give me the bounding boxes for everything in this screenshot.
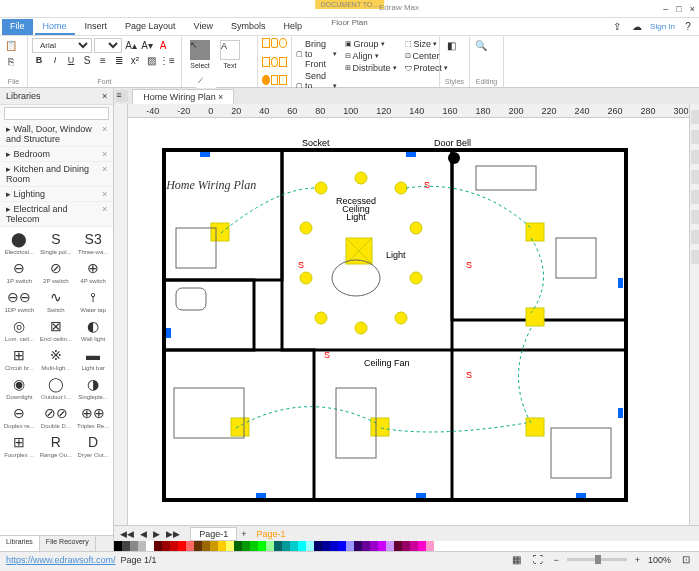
align-left-icon[interactable]: ≡ [96, 53, 110, 67]
sidebar-cat-2[interactable]: ▸ Kitchen and Dining Room× [0, 162, 113, 187]
signin-link[interactable]: Sign In [650, 22, 675, 31]
color-palette[interactable] [114, 541, 699, 551]
libraries-close-icon[interactable]: × [102, 91, 107, 101]
shape-Lum-ceil-[interactable]: ◎Lum. ceil... [2, 316, 37, 344]
doc-tab-close-icon[interactable]: × [218, 92, 223, 102]
cat-close-icon[interactable]: × [102, 204, 107, 224]
font-increase-icon[interactable]: A▴ [124, 38, 138, 52]
color-swatch[interactable] [386, 541, 394, 551]
sidebar-tab-libraries[interactable]: Libraries [0, 536, 40, 551]
cat-close-icon[interactable]: × [102, 164, 107, 184]
color-swatch[interactable] [186, 541, 194, 551]
tab-help[interactable]: Help [275, 19, 310, 35]
copy-icon[interactable]: ⎘ [4, 54, 18, 68]
shape-Outdoor-l-[interactable]: ◯Outdoor l... [38, 374, 74, 402]
align-center-icon[interactable]: ≣ [112, 53, 126, 67]
tab-view[interactable]: View [186, 19, 221, 35]
color-swatch[interactable] [426, 541, 434, 551]
shape-Wall-light[interactable]: ◐Wall light [75, 316, 111, 344]
font-name-select[interactable]: Arial [32, 38, 92, 53]
highlight-icon[interactable]: ▨ [144, 53, 158, 67]
document-tab[interactable]: Home Wiring Plan × [132, 89, 234, 104]
color-swatch[interactable] [130, 541, 138, 551]
help-icon[interactable]: ? [681, 20, 695, 34]
color-swatch[interactable] [410, 541, 418, 551]
shape-oval[interactable] [262, 75, 270, 85]
color-swatch[interactable] [314, 541, 322, 551]
shape-Dryer-Out-[interactable]: DDryer Out... [75, 432, 111, 460]
sidebar-cat-0[interactable]: ▸ Wall, Door, Window and Structure× [0, 122, 113, 147]
color-swatch[interactable] [370, 541, 378, 551]
canvas[interactable]: Home Wiring Plan Socket [128, 118, 688, 525]
tab-page-layout[interactable]: Page Layout [117, 19, 184, 35]
view-normal-icon[interactable]: ▦ [509, 553, 523, 567]
file-menu[interactable]: File [2, 19, 33, 35]
color-swatch[interactable] [362, 541, 370, 551]
select-tool[interactable]: ↖Select [186, 38, 214, 71]
bullets-icon[interactable]: ⋮≡ [160, 53, 174, 67]
shape-Encl-ceilin-[interactable]: ⊠Encl ceilin... [38, 316, 74, 344]
sidebar-cat-3[interactable]: ▸ Lighting× [0, 187, 113, 202]
styles-icon[interactable]: ◧ [444, 38, 458, 52]
shape-Triplex-Re-[interactable]: ⊕⊕Triplex Re... [75, 403, 111, 431]
shape-diamond[interactable] [279, 57, 287, 67]
strike-icon[interactable]: S [80, 53, 94, 67]
color-swatch[interactable] [154, 541, 162, 551]
color-swatch[interactable] [114, 541, 122, 551]
shape-1P-switch[interactable]: ⊖1P switch [2, 258, 37, 286]
shape-ellipse[interactable] [271, 57, 279, 67]
page-first-button[interactable]: ◀◀ [118, 529, 136, 539]
shape-tri[interactable] [262, 57, 270, 67]
color-swatch[interactable] [354, 541, 362, 551]
zoom-out-button[interactable]: − [553, 555, 558, 565]
view-full-icon[interactable]: ⛶ [531, 553, 545, 567]
page-next-button[interactable]: ▶ [151, 529, 162, 539]
color-swatch[interactable] [242, 541, 250, 551]
rtool-2[interactable] [691, 130, 699, 144]
fit-icon[interactable]: ⊡ [679, 553, 693, 567]
underline-icon[interactable]: U [64, 53, 78, 67]
rtool-3[interactable] [691, 150, 699, 164]
color-swatch[interactable] [338, 541, 346, 551]
color-swatch[interactable] [234, 541, 242, 551]
shape-Singleple-[interactable]: ◑Singleple... [75, 374, 111, 402]
superscript-icon[interactable]: x² [128, 53, 142, 67]
color-swatch[interactable] [330, 541, 338, 551]
color-swatch[interactable] [346, 541, 354, 551]
sidebar-cat-1[interactable]: ▸ Bedroom× [0, 147, 113, 162]
tab-symbols[interactable]: Symbols [223, 19, 274, 35]
shape-4P-switch[interactable]: ⊕4P switch [75, 258, 111, 286]
paste-icon[interactable]: 📋 [4, 38, 18, 52]
page-add-button[interactable]: + [237, 529, 250, 539]
tab-insert[interactable]: Insert [77, 19, 116, 35]
color-swatch[interactable] [290, 541, 298, 551]
color-swatch[interactable] [178, 541, 186, 551]
color-swatch[interactable] [202, 541, 210, 551]
color-swatch[interactable] [266, 541, 274, 551]
shape-Water-tap[interactable]: ⫯Water tap [75, 287, 111, 315]
bring-front-button[interactable]: ▢ Bring to Front ▾ [296, 38, 337, 70]
color-swatch[interactable] [378, 541, 386, 551]
shape-Range-Ou-[interactable]: RRange Ou... [38, 432, 74, 460]
shape-Downlight[interactable]: ◉Downlight [2, 374, 37, 402]
color-swatch[interactable] [226, 541, 234, 551]
cloud-icon[interactable]: ☁ [630, 20, 644, 34]
color-swatch[interactable] [306, 541, 314, 551]
color-swatch[interactable] [194, 541, 202, 551]
color-swatch[interactable] [394, 541, 402, 551]
color-swatch[interactable] [298, 541, 306, 551]
color-swatch[interactable] [258, 541, 266, 551]
cat-close-icon[interactable]: × [102, 124, 107, 144]
shape-Fourplex-[interactable]: ⊞Fourplex ... [2, 432, 37, 460]
cat-close-icon[interactable]: × [102, 149, 107, 159]
shape-S[interactable]: SSingle pol... [38, 229, 74, 257]
shape-Light-bar[interactable]: ▬Light bar [75, 345, 111, 373]
library-search-input[interactable] [4, 107, 109, 120]
status-url[interactable]: https://www.edrawsoft.com/ [6, 555, 116, 565]
shape-Double-D-[interactable]: ⊘⊘Double D... [38, 403, 74, 431]
color-swatch[interactable] [418, 541, 426, 551]
zoom-slider[interactable] [567, 558, 627, 561]
color-swatch[interactable] [402, 541, 410, 551]
color-swatch[interactable] [146, 541, 154, 551]
cat-close-icon[interactable]: × [102, 189, 107, 199]
